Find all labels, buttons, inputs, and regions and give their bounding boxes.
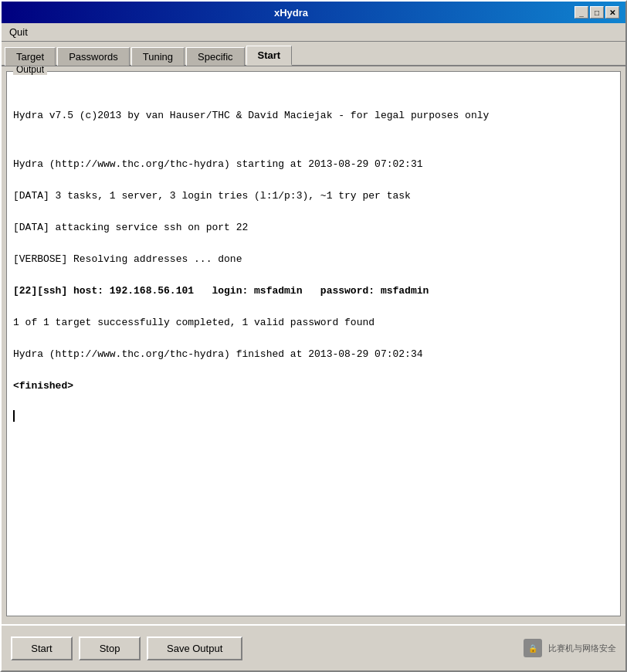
minimize-button[interactable]: _ (574, 6, 588, 19)
output-line: Hydra (http://www.thc.org/thc-hydra) sta… (13, 157, 614, 172)
tabs-bar: Target Passwords Tuning Specific Start (2, 42, 625, 66)
tab-tuning[interactable]: Tuning (131, 47, 185, 66)
watermark: 🔒 比赛机与网络安全 (524, 639, 616, 657)
output-line: [22][ssh] host: 192.168.56.101 login: ms… (13, 283, 614, 299)
output-line: [DATA] 3 tasks, 1 server, 3 login tries … (13, 188, 614, 204)
output-line: [DATA] attacking service ssh on port 22 (13, 220, 614, 236)
tab-start[interactable]: Start (246, 46, 293, 66)
output-line: [VERBOSE] Resolving addresses ... done (13, 252, 614, 267)
watermark-text: 比赛机与网络安全 (548, 643, 616, 654)
text-cursor (13, 410, 15, 422)
main-window: xHydra _ □ ✕ Quit Target Passwords Tunin… (0, 0, 627, 672)
output-label: Output (13, 66, 47, 75)
title-bar: xHydra _ □ ✕ (2, 2, 625, 23)
output-group: Output Hydra v7.5 (c)2013 by van Hauser/… (6, 71, 621, 616)
window-controls: _ □ ✕ (574, 6, 619, 19)
action-buttons: Start Stop Save Output (11, 636, 242, 660)
menu-quit[interactable]: Quit (5, 25, 32, 39)
content-area: Output Hydra v7.5 (c)2013 by van Hauser/… (2, 66, 625, 624)
close-button[interactable]: ✕ (605, 6, 619, 19)
output-line: 1 of 1 target successfully completed, 1 … (13, 315, 614, 331)
menu-bar: Quit (2, 23, 625, 42)
watermark-icon: 🔒 (524, 639, 542, 657)
window-title: xHydra (8, 7, 574, 19)
stop-button[interactable]: Stop (79, 636, 141, 660)
output-line: Hydra v7.5 (c)2013 by van Hauser/THC & D… (13, 108, 614, 124)
bottom-bar: Start Stop Save Output 🔒 比赛机与网络安全 (2, 624, 625, 670)
save-output-button[interactable]: Save Output (147, 636, 242, 660)
output-text: Hydra v7.5 (c)2013 by van Hauser/THC & D… (7, 72, 620, 616)
output-line: Hydra (http://www.thc.org/thc-hydra) fin… (13, 347, 614, 362)
output-line: <finished> (13, 378, 614, 394)
tab-target[interactable]: Target (5, 47, 56, 66)
tab-specific[interactable]: Specific (186, 47, 245, 66)
tab-passwords[interactable]: Passwords (57, 47, 130, 66)
maximize-button[interactable]: □ (590, 6, 604, 19)
cursor-line (13, 410, 614, 422)
start-button[interactable]: Start (11, 636, 73, 660)
